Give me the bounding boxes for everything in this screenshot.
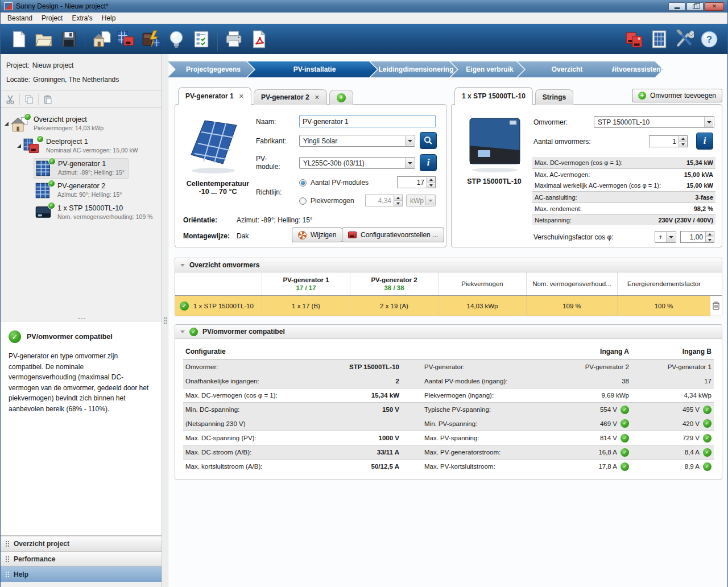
stepper-down-icon[interactable] (679, 141, 687, 147)
param-value: 150 V (321, 406, 402, 413)
column-header: Piekvermogen (439, 272, 527, 295)
fabrikant-select[interactable]: Yingli Solar (299, 135, 415, 147)
restore-button[interactable] (686, 2, 704, 11)
inverter-database-icon[interactable] (622, 27, 647, 52)
overview-table-row[interactable]: ✓1 x STP 15000TL-10 1 x 17 (B) 2 x 19 (A… (175, 295, 722, 316)
wizard-step[interactable]: Uitvoerassistent (605, 61, 663, 77)
paste-icon[interactable] (40, 93, 55, 106)
dropdown-arrow-icon[interactable] (405, 136, 414, 146)
pv-module-database-icon[interactable] (647, 27, 672, 52)
wijzigen-button[interactable]: Wijzigen (292, 228, 342, 242)
ingang-b-value: 8,4 A (685, 449, 700, 456)
compatibility-header[interactable]: ✓ PV/omvormer compatibel (175, 325, 722, 339)
menu-item[interactable]: Extra's (67, 13, 97, 23)
cut-icon[interactable] (3, 93, 18, 106)
close-button[interactable]: ✕ (705, 2, 724, 11)
configuratievoorstellen-button[interactable]: Configuratievoorstellen ... (342, 228, 444, 242)
check-ok-icon: ✓ (703, 406, 712, 414)
omvormer-label: Omvormer: (533, 118, 568, 126)
wizard-step[interactable]: Projectgegevens (168, 61, 254, 77)
aantal-omvormers-stepper[interactable]: 1 (649, 135, 688, 147)
ingang-b-value: 4,34 kWp (684, 392, 712, 399)
battery-system-icon[interactable] (139, 27, 164, 52)
column-subtitle: 17 / 17 (264, 284, 348, 291)
accordion-bar[interactable]: Overzicht project (1, 536, 162, 551)
inverter-tab[interactable]: Strings (535, 89, 573, 105)
tree-expander-icon[interactable] (15, 144, 22, 148)
add-generator-tab[interactable]: + (329, 90, 353, 105)
vertical-splitter[interactable] (162, 54, 168, 587)
wizard-step[interactable]: Leidingdimensionering (370, 61, 457, 77)
stepper-up-icon[interactable] (394, 195, 402, 200)
omvormer-toevoegen-button[interactable]: + Omvormer toevoegen (632, 89, 722, 102)
stepper-down-icon[interactable] (427, 182, 435, 188)
tree-item[interactable]: ✓ 1 x STP 15000TL-10 Nom. vermogensverho… (2, 201, 159, 224)
nom-verhouding-value: 109 % (527, 296, 618, 316)
tree-item[interactable]: ✓ PV-generator 1 Azimut: -89°; Helling: … (2, 157, 159, 179)
module-info-button[interactable]: i (420, 154, 437, 171)
wizard-step[interactable]: Overzicht (518, 61, 612, 77)
dropdown-arrow-icon[interactable] (704, 117, 713, 127)
stepper-up-icon[interactable] (427, 177, 435, 182)
open-project-icon[interactable] (31, 27, 56, 52)
tree-item[interactable]: ✓ Overzicht project Piekvermogen: 14,03 … (2, 113, 159, 135)
piek-unit-select[interactable]: kWp (406, 195, 436, 206)
tree-item-title: 1 x STP 15000TL-10 (57, 204, 153, 213)
stepper-down-icon[interactable] (394, 200, 402, 206)
menu-item[interactable]: Help (97, 13, 121, 23)
menu-item[interactable]: Project (37, 13, 67, 23)
generator-tab[interactable]: PV-generator 1 ✕ (178, 87, 251, 105)
generator-tab[interactable]: PV-generator 2 ✕ (254, 89, 327, 105)
wizard-step[interactable]: PV-installatie (247, 61, 377, 77)
inverter-tab[interactable]: 1 x STP 15000TL-10 (454, 87, 533, 105)
dropdown-arrow-icon[interactable] (666, 232, 675, 242)
pv-param-label: Aantal PV-modules (ingang): (422, 378, 554, 385)
settings-tools-icon[interactable] (672, 27, 697, 52)
save-project-icon[interactable] (56, 27, 81, 52)
tree-expander-icon[interactable] (3, 122, 10, 126)
delete-row-icon[interactable] (712, 301, 720, 311)
dropdown-arrow-icon[interactable] (405, 158, 414, 168)
tree-item[interactable]: ✓ Deelproject 1 Nominaal AC-vermogen: 15… (2, 135, 159, 157)
aantal-modules-stepper[interactable]: 17 (397, 176, 436, 188)
cos-value-stepper[interactable]: 1,00 (680, 231, 714, 243)
wizard-step[interactable]: Eigen verbruik (450, 61, 524, 77)
inverter-info-button[interactable]: i (696, 133, 713, 150)
new-project-icon[interactable] (6, 27, 31, 52)
cos-sign-select[interactable]: + (655, 231, 676, 243)
naam-input[interactable] (299, 115, 436, 127)
accordion: Overzicht project Performance Help (1, 536, 162, 582)
print-icon[interactable] (221, 27, 246, 52)
compat-row: Max. DC-spanning (PV): 1000 V Max. PV-sp… (183, 431, 714, 445)
project-overview-icon[interactable] (89, 27, 114, 52)
piekvermogen-radio[interactable] (299, 197, 307, 205)
accordion-bar[interactable]: Performance (1, 551, 162, 567)
tree-item[interactable]: ✓ PV-generator 2 Azimut: 90°; Helling: 1… (2, 179, 159, 201)
quick-design-icon[interactable] (164, 27, 189, 52)
overzicht-omvormers-header[interactable]: Overzicht omvormers (175, 258, 722, 272)
project-check-icon[interactable] (189, 27, 214, 52)
omvormer-select[interactable]: STP 15000TL-10 (594, 116, 714, 128)
search-module-button[interactable] (420, 132, 437, 149)
pv-system-design-icon[interactable] (114, 27, 139, 52)
close-tab-icon[interactable]: ✕ (239, 93, 244, 100)
stepper-up-icon[interactable] (679, 136, 687, 141)
stepper-down-icon[interactable] (706, 237, 714, 242)
close-tab-icon[interactable]: ✕ (315, 94, 320, 101)
horizontal-splitter[interactable] (1, 315, 162, 321)
pv-module-select[interactable]: YL255C-30b (03/11) (299, 157, 415, 169)
collapse-icon (180, 330, 185, 333)
help-icon[interactable]: ? (697, 27, 722, 52)
pv-param-label: PV-generator: (422, 363, 554, 370)
menu-item[interactable]: Bestand (3, 13, 37, 23)
accordion-bar[interactable]: Help (1, 567, 162, 582)
inverter-caption: STP 15000TL-10 (452, 177, 537, 185)
minimize-button[interactable] (668, 2, 685, 11)
spec-value: 15,00 kW (686, 182, 713, 189)
piekvermogen-stepper[interactable]: 4,34 (365, 195, 403, 206)
stepper-up-icon[interactable] (706, 232, 714, 237)
pdf-export-icon[interactable] (246, 27, 271, 52)
copy-icon[interactable] (22, 93, 36, 106)
aantal-modules-radio[interactable] (299, 179, 307, 187)
grip-icon (5, 571, 10, 578)
